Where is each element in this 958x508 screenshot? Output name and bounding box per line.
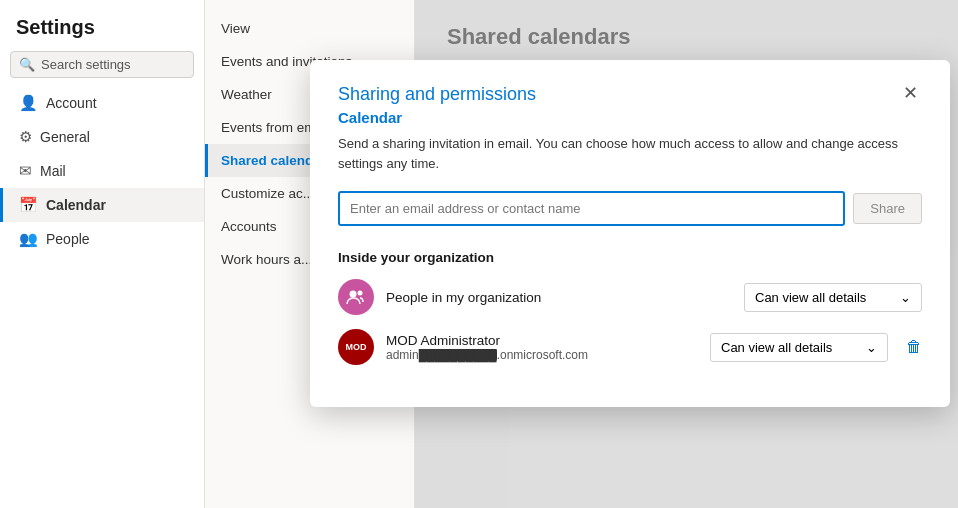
modal-title: Sharing and permissions [338,84,536,105]
email-input[interactable] [338,191,845,226]
nav-work-hours-label: Work hours a... [221,252,312,267]
sidebar-title: Settings [0,12,204,51]
search-icon: 🔍 [19,57,35,72]
sidebar-item-general[interactable]: ⚙ General [0,120,204,154]
sidebar-item-mail-label: Mail [40,163,66,179]
sidebar-item-mail[interactable]: ✉ Mail [0,154,204,188]
chevron-down-icon: ⌄ [900,290,911,305]
email-row: Share [338,191,922,226]
modal-close-button[interactable]: ✕ [899,84,922,102]
nav-weather-label: Weather [221,87,272,102]
modal-calendar-label: Calendar [338,109,922,126]
search-settings-label: Search settings [41,57,131,72]
nav-customize-label: Customize ac... [221,186,314,201]
svg-point-0 [350,291,357,298]
sidebar-item-general-label: General [40,129,90,145]
share-button[interactable]: Share [853,193,922,224]
permission-select-admin-value: Can view all details [721,340,832,355]
nav-accounts-label: Accounts [221,219,277,234]
mail-icon: ✉ [19,162,32,180]
permission-select-people[interactable]: Can view all details ⌄ [744,283,922,312]
sidebar: Settings 🔍 Search settings 👤 Account ⚙ G… [0,0,205,508]
sidebar-item-people-label: People [46,231,90,247]
org-people-name: People in my organization [386,290,732,305]
permission-select-admin[interactable]: Can view all details ⌄ [710,333,888,362]
avatar-people [338,279,374,315]
avatar-admin: MOD [338,329,374,365]
sidebar-item-calendar-label: Calendar [46,197,106,213]
org-admin-info: MOD Administrator admin██████████.onmicr… [386,333,698,362]
delete-admin-icon[interactable]: 🗑 [906,338,922,356]
sidebar-item-people[interactable]: 👥 People [0,222,204,256]
avatar-admin-text: MOD [346,342,367,352]
org-admin-email: admin██████████.onmicrosoft.com [386,348,698,362]
sidebar-item-calendar[interactable]: 📅 Calendar [0,188,204,222]
calendar-icon: 📅 [19,196,38,214]
people-icon: 👥 [19,230,38,248]
sidebar-item-account-label: Account [46,95,97,111]
org-row-admin: MOD MOD Administrator admin██████████.on… [338,329,922,365]
org-row-people: People in my organization Can view all d… [338,279,922,315]
org-admin-name: MOD Administrator [386,333,698,348]
modal-description: Send a sharing invitation in email. You … [338,134,922,173]
nav-view-label: View [221,21,250,36]
inside-org-label: Inside your organization [338,250,922,265]
account-icon: 👤 [19,94,38,112]
svg-point-1 [358,291,363,296]
permission-select-people-value: Can view all details [755,290,866,305]
search-settings-box[interactable]: 🔍 Search settings [10,51,194,78]
sidebar-item-account[interactable]: 👤 Account [0,86,204,120]
modal-header: Sharing and permissions ✕ [338,84,922,105]
sharing-permissions-modal: Sharing and permissions ✕ Calendar Send … [310,60,950,407]
chevron-down-icon-admin: ⌄ [866,340,877,355]
nav-view[interactable]: View [205,12,414,45]
general-icon: ⚙ [19,128,32,146]
